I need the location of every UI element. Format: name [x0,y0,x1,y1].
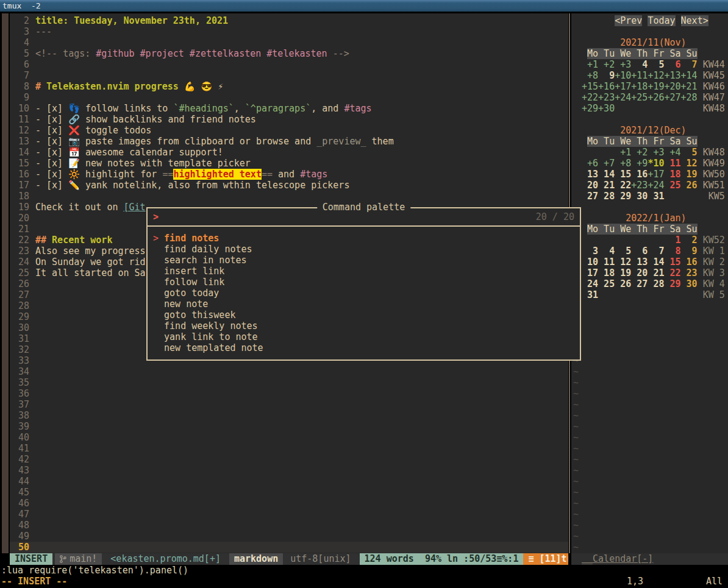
calendar-day[interactable]: 22 [615,180,631,191]
calendar-day[interactable]: 9 [598,70,615,81]
calendar-day[interactable]: +8 [615,158,631,169]
calendar-day[interactable]: 5 [648,59,664,70]
calendar-day[interactable]: 20 [582,180,598,191]
calendar-day[interactable]: +20 [664,81,680,92]
calendar-day[interactable]: 7 [648,246,664,257]
calendar-day[interactable]: 13 [631,257,648,267]
calendar-day[interactable]: +3 [615,59,631,70]
calendar-day[interactable]: 21 [598,180,615,191]
calendar-day[interactable]: 19 [615,267,631,278]
calendar-day[interactable]: 31 [582,289,598,300]
calendar-day[interactable]: 4 [598,246,615,257]
calendar-day[interactable]: +1 [615,147,631,158]
calendar-day[interactable]: 20 [631,267,648,278]
calendar-day[interactable]: +8 [582,70,598,81]
palette-item[interactable]: yank link to note [148,331,580,342]
calendar-day[interactable]: 29 [615,191,631,202]
calendar-day[interactable]: +2 [631,147,648,158]
calendar-day[interactable]: +27 [664,92,680,103]
palette-item[interactable]: goto today [148,288,580,299]
calendar-day[interactable]: 6 [631,246,648,257]
palette-item[interactable]: follow link [148,277,580,288]
calendar-day[interactable]: 14 [648,257,664,267]
calendar-window[interactable]: <Prev Today Next> 2021/11(Nov) Mo Tu We … [571,13,728,553]
calendar-day[interactable]: +22 [582,92,598,103]
calendar-day[interactable]: 16 [631,169,648,180]
calendar-day[interactable]: *10 [648,158,664,169]
calendar-day[interactable]: 26 [681,180,698,191]
calendar-day[interactable]: +16 [598,81,615,92]
calendar-day[interactable]: +3 [648,147,664,158]
calendar-day[interactable]: +12 [648,70,664,81]
calendar-day[interactable]: 30 [631,191,648,202]
calendar-next-button[interactable]: Next> [681,15,708,26]
calendar-day[interactable]: 25 [598,278,615,289]
calendar-day[interactable]: 21 [648,267,664,278]
calendar-day[interactable]: 22 [664,267,680,278]
calendar-day[interactable]: +17 [648,169,664,180]
calendar-day[interactable]: 27 [631,278,648,289]
calendar-day[interactable]: +26 [648,92,664,103]
calendar-prev-button[interactable]: <Prev [615,15,642,26]
calendar-day[interactable]: +29 [582,103,598,114]
command-line[interactable]: :lua require('telekasten').panel() [1,565,188,576]
calendar-day[interactable]: 11 [664,158,680,169]
calendar-day[interactable]: 12 [681,158,698,169]
calendar-day[interactable]: +9 [631,158,648,169]
calendar-day[interactable]: +13 [664,70,680,81]
calendar-day[interactable]: +6 [582,158,598,169]
calendar-day[interactable]: 13 [582,169,598,180]
calendar-day[interactable]: 18 [598,267,615,278]
calendar-day[interactable]: 14 [598,169,615,180]
calendar-day[interactable]: 11 [598,257,615,267]
calendar-day[interactable]: +24 [648,180,664,191]
calendar-day[interactable]: +14 [681,70,698,81]
calendar-day[interactable]: +10 [615,70,631,81]
calendar-day[interactable]: +15 [582,81,598,92]
calendar-day[interactable]: 29 [664,278,680,289]
calendar-day[interactable]: 28 [598,191,615,202]
palette-item[interactable]: new note [148,299,580,310]
palette-item[interactable]: find weekly notes [148,321,580,331]
calendar-day[interactable]: 2 [681,235,698,246]
calendar-day[interactable]: +30 [598,103,615,114]
calendar-day[interactable]: 15 [615,169,631,180]
palette-item[interactable]: find daily notes [148,244,580,255]
calendar-day[interactable]: 3 [582,246,598,257]
calendar-day[interactable]: 4 [631,59,648,70]
calendar-day[interactable]: 25 [664,180,680,191]
calendar-day[interactable]: 17 [582,267,598,278]
calendar-day[interactable]: +25 [631,92,648,103]
calendar-day[interactable]: 30 [681,278,698,289]
calendar-day[interactable]: 19 [681,169,698,180]
calendar-day[interactable]: +21 [681,81,698,92]
calendar-day[interactable]: +18 [631,81,648,92]
calendar-day[interactable]: +24 [615,92,631,103]
palette-item[interactable]: > find notes [148,233,580,244]
calendar-day[interactable]: 1 [664,235,680,246]
calendar-day[interactable]: 26 [615,278,631,289]
calendar-day[interactable]: +19 [648,81,664,92]
calendar-day[interactable]: 15 [664,257,680,267]
calendar-day[interactable]: 16 [681,257,698,267]
calendar-today-button[interactable]: Today [648,15,675,26]
calendar-day[interactable]: 7 [681,59,698,70]
calendar-day[interactable]: +4 [664,147,680,158]
calendar-day[interactable]: 6 [664,59,680,70]
calendar-day[interactable]: 18 [664,169,680,180]
calendar-day[interactable]: 31 [648,191,664,202]
calendar-day[interactable]: 10 [582,257,598,267]
calendar-day[interactable]: 12 [615,257,631,267]
calendar-day[interactable]: +23 [598,92,615,103]
palette-item[interactable]: search in notes [148,255,580,266]
calendar-day[interactable]: +1 [582,59,598,70]
calendar-day[interactable]: 8 [664,246,680,257]
calendar-day[interactable]: +2 [598,59,615,70]
calendar-day[interactable]: 9 [681,246,698,257]
calendar-day[interactable]: 5 [681,147,698,158]
calendar-day[interactable]: +7 [598,158,615,169]
calendar-day[interactable]: +11 [631,70,648,81]
calendar-day[interactable]: 27 [582,191,598,202]
calendar-day[interactable]: 28 [648,278,664,289]
calendar-day[interactable]: 23 [681,267,698,278]
